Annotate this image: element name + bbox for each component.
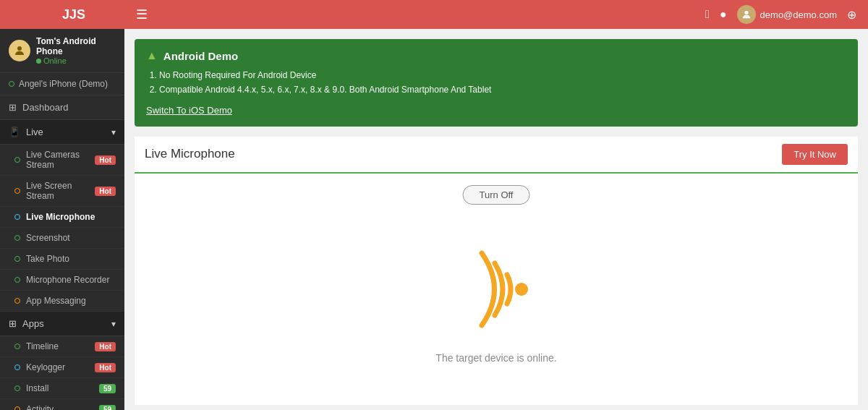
apps-icon: ⊞ [9, 318, 17, 329]
live-screen-label: Live Screen Stream [26, 181, 89, 201]
svg-point-2 [515, 283, 528, 296]
timeline-badge: Hot [95, 342, 116, 351]
banner-point-1: No Rooting Required For Android Device [159, 68, 846, 82]
sidebar: Tom's Android Phone Online Angel's iPhon… [0, 29, 124, 410]
keylogger-label: Keylogger [26, 362, 65, 372]
status-dot [36, 59, 41, 64]
section-live-label: Live [26, 127, 43, 137]
live-screen-badge: Hot [95, 187, 116, 196]
top-nav: JJS ☰  ● demo@demo.com ⊕ [0, 0, 868, 29]
switch-to-ios-link[interactable]: Switch To iOS Demo [146, 105, 232, 116]
sidebar-item-live-cameras[interactable]: Live Cameras Stream Hot [0, 145, 124, 176]
bell-icon[interactable]: ● [720, 8, 727, 21]
user-email: demo@demo.com [760, 9, 837, 20]
activity-badge: 59 [99, 405, 116, 411]
sidebar-item-install[interactable]: Install 59 [0, 378, 124, 399]
device-status: Online [36, 56, 116, 65]
live-icon: 📱 [9, 127, 20, 137]
live-cameras-badge: Hot [95, 155, 116, 165]
demo-banner: ▲ Android Demo No Rooting Required For A… [135, 39, 858, 127]
install-label: Install [26, 383, 48, 393]
sidebar-item-live-screen[interactable]: Live Screen Stream Hot [0, 176, 124, 207]
microphone-icon-container [446, 244, 547, 330]
sidebar-item-app-messaging[interactable]: App Messaging [0, 291, 124, 312]
screenshot-label: Screenshot [26, 233, 70, 243]
top-nav-right:  ● demo@demo.com ⊕ [705, 5, 856, 24]
secondary-device[interactable]: Angel's iPhone (Demo) [0, 73, 124, 95]
screenshot-dot [14, 235, 20, 241]
turn-off-button[interactable]: Turn Off [463, 185, 530, 205]
wifi-wave-icon [446, 244, 547, 330]
share-icon[interactable]: ⊕ [847, 8, 856, 22]
primary-device[interactable]: Tom's Android Phone Online [0, 29, 124, 73]
activity-label: Activity [26, 404, 54, 410]
layout: Tom's Android Phone Online Angel's iPhon… [0, 29, 868, 410]
app-messaging-dot [14, 298, 20, 304]
live-mic-dot [14, 214, 20, 220]
install-badge: 59 [99, 384, 116, 393]
mic-recorder-dot [14, 277, 20, 283]
timeline-label: Timeline [26, 341, 59, 351]
live-screen-dot [14, 188, 20, 194]
mic-recorder-label: Microphone Recorder [26, 275, 109, 285]
try-it-now-button[interactable]: Try It Now [782, 144, 848, 165]
section-live[interactable]: 📱 Live [0, 120, 124, 145]
secondary-dot [9, 81, 14, 87]
install-dot [14, 385, 20, 391]
chevron-down-icon [111, 127, 116, 137]
device-avatar [9, 40, 30, 61]
hamburger-icon[interactable]: ☰ [136, 7, 705, 22]
sidebar-item-dashboard[interactable]: ⊞ Dashboard [0, 95, 124, 120]
dashboard-label: Dashboard [22, 102, 69, 113]
sidebar-item-mic-recorder[interactable]: Microphone Recorder [0, 270, 124, 291]
main-content: ▲ Android Demo No Rooting Required For A… [124, 29, 868, 410]
panel-header: Live Microphone Try It Now [135, 137, 858, 174]
activity-dot [14, 406, 20, 410]
keylogger-badge: Hot [95, 363, 116, 372]
timeline-dot [14, 343, 20, 349]
panel-body: Turn Off The target device is online. [135, 174, 858, 405]
svg-point-1 [17, 46, 22, 51]
take-photo-dot [14, 256, 20, 262]
keylogger-dot [14, 364, 20, 370]
apps-chevron-icon [111, 318, 116, 329]
banner-point-2: Compatible Android 4.4.x, 5.x, 6.x, 7.x,… [159, 82, 846, 97]
sidebar-item-take-photo[interactable]: Take Photo [0, 249, 124, 270]
sidebar-item-live-microphone[interactable]: Live Microphone [0, 207, 124, 228]
secondary-device-name: Angel's iPhone (Demo) [19, 79, 108, 89]
dashboard-icon: ⊞ [9, 102, 17, 113]
live-cameras-dot [14, 157, 20, 163]
sidebar-item-activity[interactable]: Activity 59 [0, 399, 124, 410]
user-menu[interactable]: demo@demo.com [737, 5, 837, 24]
banner-title: ▲ Android Demo [146, 49, 846, 62]
live-mic-label: Live Microphone [26, 212, 95, 222]
app-messaging-label: App Messaging [26, 296, 86, 306]
sidebar-item-screenshot[interactable]: Screenshot [0, 228, 124, 249]
banner-points: No Rooting Required For Android Device C… [146, 68, 846, 98]
device-name: Tom's Android Phone [36, 36, 116, 56]
live-microphone-panel: Live Microphone Try It Now Turn Off [135, 137, 858, 405]
sidebar-item-keylogger[interactable]: Keylogger Hot [0, 357, 124, 378]
svg-point-0 [744, 11, 748, 14]
panel-title: Live Microphone [145, 147, 235, 161]
device-info: Tom's Android Phone Online [36, 36, 116, 65]
apple-icon[interactable]:  [705, 8, 710, 21]
take-photo-label: Take Photo [26, 254, 69, 264]
sidebar-item-timeline[interactable]: Timeline Hot [0, 336, 124, 357]
user-avatar [737, 5, 756, 24]
section-apps-label: Apps [22, 318, 44, 329]
app-logo: JJS [12, 7, 136, 22]
live-cameras-label: Live Cameras Stream [26, 150, 89, 170]
section-apps[interactable]: ⊞ Apps [0, 312, 124, 336]
status-text: The target device is online. [435, 352, 556, 364]
android-icon: ▲ [146, 49, 158, 62]
